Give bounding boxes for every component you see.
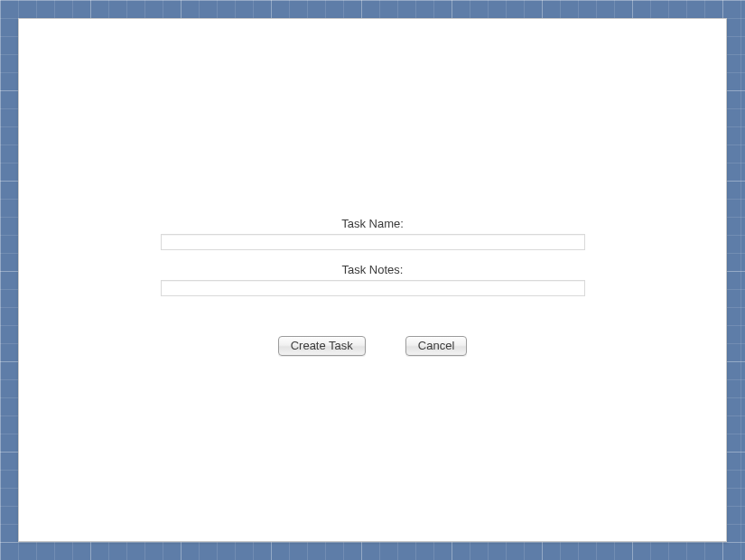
task-form: Task Name: Task Notes: Create Task Cance…: [161, 217, 585, 356]
button-row: Create Task Cancel: [161, 336, 585, 356]
task-name-input[interactable]: [161, 234, 585, 250]
task-name-label: Task Name:: [161, 217, 585, 230]
task-notes-label: Task Notes:: [161, 263, 585, 276]
create-task-button[interactable]: Create Task: [278, 336, 366, 356]
dialog-panel: Task Name: Task Notes: Create Task Cance…: [18, 18, 727, 542]
task-notes-input[interactable]: [161, 280, 585, 296]
cancel-button[interactable]: Cancel: [405, 336, 467, 356]
